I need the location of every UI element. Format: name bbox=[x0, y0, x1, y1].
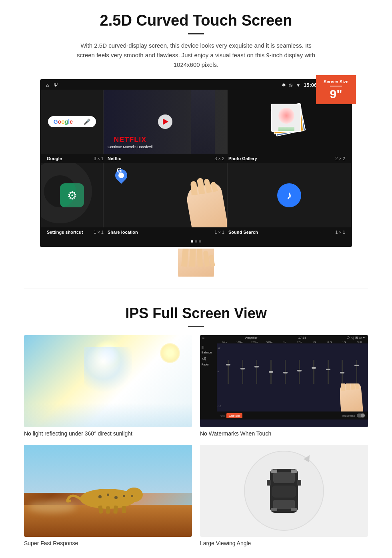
mic-icon[interactable]: 🎤 bbox=[84, 118, 90, 125]
sunlight-caption: No light reflecting under 360° direct su… bbox=[24, 430, 192, 437]
netflix-logo-text: NETFLIX bbox=[108, 136, 152, 144]
svg-rect-20 bbox=[297, 480, 301, 486]
pagination-dots bbox=[41, 237, 351, 246]
car-card: Large Viewing Angle bbox=[200, 445, 368, 546]
svg-rect-17 bbox=[271, 508, 277, 511]
car-top-view-svg bbox=[266, 465, 302, 517]
google-label-name: Google bbox=[47, 156, 62, 161]
badge-label: Screen Size bbox=[322, 79, 350, 84]
home-icon[interactable]: ⌂ bbox=[46, 82, 49, 88]
sunlight-card: No light reflecting under 360° direct su… bbox=[24, 335, 192, 437]
amp-y-label-0: 0 bbox=[218, 370, 219, 373]
eq-slider-1[interactable] bbox=[222, 360, 235, 384]
amp-icons: ⬡ ◁) ⊠ ▭ ↩ bbox=[347, 336, 366, 339]
svg-rect-19 bbox=[267, 480, 271, 486]
section2-divider bbox=[188, 326, 204, 327]
amplifier-bg: ⌂ Amplifier 17:33 ⬡ ◁) ⊠ ▭ ↩ 60hz 100hz … bbox=[200, 335, 368, 427]
amp-time: 17:33 bbox=[298, 336, 306, 339]
netflix-label-name: Netflix bbox=[108, 156, 121, 161]
google-search-bar[interactable]: Google 🎤 bbox=[48, 116, 96, 127]
eq-slider-5[interactable] bbox=[279, 360, 292, 384]
settings-label-cell: Settings shortcut 1 × 1 bbox=[45, 230, 105, 235]
svg-point-6 bbox=[131, 495, 133, 497]
amp-eq-area: 10 0 -10 bbox=[217, 343, 368, 420]
gps-icon: ◎ bbox=[289, 82, 293, 88]
app-labels-bottom: Settings shortcut 1 × 1 Share location 1… bbox=[41, 227, 351, 237]
eq-slider-6[interactable] bbox=[293, 360, 306, 384]
eq-slider-9[interactable] bbox=[336, 360, 349, 384]
share-label-cell: Share location 1 × 1 bbox=[106, 230, 226, 235]
eq-slider-7[interactable] bbox=[307, 360, 320, 384]
amp-y-label-neg10: -10 bbox=[218, 405, 221, 407]
pagination-dot-1[interactable] bbox=[191, 240, 193, 243]
amp-sidebar: ||| Balance ◁) Fader bbox=[200, 343, 217, 420]
amplifier-card: ⌂ Amplifier 17:33 ⬡ ◁) ⊠ ▭ ↩ 60hz 100hz … bbox=[200, 335, 368, 437]
eq-slider-2[interactable] bbox=[236, 360, 249, 384]
image-grid: No light reflecting under 360° direct su… bbox=[24, 335, 368, 546]
eq-slider-8[interactable] bbox=[322, 360, 335, 384]
share-location-cell[interactable]: G bbox=[104, 163, 227, 227]
music-icon-bg: ♪ bbox=[277, 183, 301, 207]
netflix-logo-overlay: NETFLIX Continue Marvel's Daredevil bbox=[108, 136, 152, 149]
svg-point-3 bbox=[114, 496, 118, 499]
car-image bbox=[200, 445, 368, 537]
amp-balance-label: Balance bbox=[202, 351, 215, 354]
section2-title: IPS Full Screen View bbox=[24, 305, 368, 322]
photo-label-size: 2 × 2 bbox=[335, 156, 345, 161]
netflix-app-cell[interactable]: NETFLIX Continue Marvel's Daredevil bbox=[104, 90, 227, 154]
badge-size: 9" bbox=[322, 88, 350, 100]
section-ips: IPS Full Screen View No light reflecting… bbox=[0, 293, 392, 558]
photo-stack bbox=[271, 104, 307, 140]
netflix-play-button[interactable] bbox=[158, 114, 172, 129]
cheetah-caption: Super Fast Response bbox=[24, 540, 192, 546]
svg-rect-9 bbox=[113, 506, 118, 514]
amp-y-label-10: 10 bbox=[218, 347, 220, 349]
cheetah-svg bbox=[64, 477, 152, 517]
sunlight-bg bbox=[24, 335, 192, 427]
wifi-icon: ▼ bbox=[296, 83, 300, 88]
usb-icon: Ψ bbox=[54, 82, 58, 88]
car-bg bbox=[200, 445, 368, 537]
screen-size-badge: Screen Size 9" bbox=[316, 75, 356, 104]
photo-card-front bbox=[271, 104, 301, 132]
svg-rect-13 bbox=[272, 486, 296, 498]
bluetooth-icon: ✱ bbox=[282, 82, 286, 88]
cheetah-image bbox=[24, 445, 192, 537]
status-bar: ⌂ Ψ ✱ ◎ ▼ 15:06 ⬡ ◁) ⊠ ▭ bbox=[41, 80, 351, 90]
hand-below-device bbox=[40, 249, 352, 277]
flower-image bbox=[278, 108, 294, 124]
svg-rect-16 bbox=[291, 470, 297, 473]
amp-custom-btn[interactable]: Custom bbox=[226, 413, 242, 418]
svg-point-5 bbox=[125, 488, 143, 502]
eq-slider-10[interactable] bbox=[350, 360, 363, 384]
amp-volume-icon: ◁) bbox=[202, 356, 215, 361]
gmaps-icon: G bbox=[114, 169, 129, 185]
amp-title: Amplifier bbox=[245, 336, 258, 339]
section1-description: With 2.5D curved-display screen, this de… bbox=[72, 41, 320, 70]
netflix-subtitle: Continue Marvel's Daredevil bbox=[108, 145, 152, 149]
play-triangle-icon bbox=[163, 118, 168, 125]
amp-status-bar: ⌂ Amplifier 17:33 ⬡ ◁) ⊠ ▭ ↩ bbox=[200, 335, 368, 340]
google-app-cell[interactable]: Google 🎤 bbox=[41, 90, 103, 154]
device-screen: ⌂ Ψ ✱ ◎ ▼ 15:06 ⬡ ◁) ⊠ ▭ bbox=[40, 79, 352, 247]
app-grid-bottom: ⚙ G bbox=[41, 163, 351, 227]
amp-equalizer-icon: ||| bbox=[202, 345, 215, 349]
sound-label-size: 1 × 1 bbox=[335, 230, 345, 235]
amp-home-icon: ⌂ bbox=[202, 336, 204, 339]
pagination-dot-3[interactable] bbox=[199, 240, 201, 243]
photo-label-name: Photo Gallery bbox=[228, 156, 257, 161]
eq-slider-4[interactable] bbox=[264, 360, 278, 384]
amp-fader-label: Fader bbox=[202, 363, 215, 366]
svg-rect-10 bbox=[122, 506, 126, 513]
pagination-dot-2[interactable] bbox=[195, 240, 197, 243]
amp-bottom-bar: ◁◁ Custom loudness bbox=[217, 411, 368, 420]
sound-search-cell[interactable]: ♪ bbox=[228, 163, 351, 227]
settings-app-cell[interactable]: ⚙ bbox=[41, 163, 103, 227]
eq-slider-3[interactable] bbox=[250, 360, 263, 384]
amp-toggle[interactable] bbox=[357, 413, 365, 417]
status-time: 15:06 bbox=[304, 82, 317, 88]
car-outer-circle bbox=[244, 451, 324, 531]
share-label-name: Share location bbox=[108, 230, 138, 235]
settings-label-size: 1 × 1 bbox=[94, 230, 104, 235]
pointing-hand bbox=[185, 183, 227, 227]
